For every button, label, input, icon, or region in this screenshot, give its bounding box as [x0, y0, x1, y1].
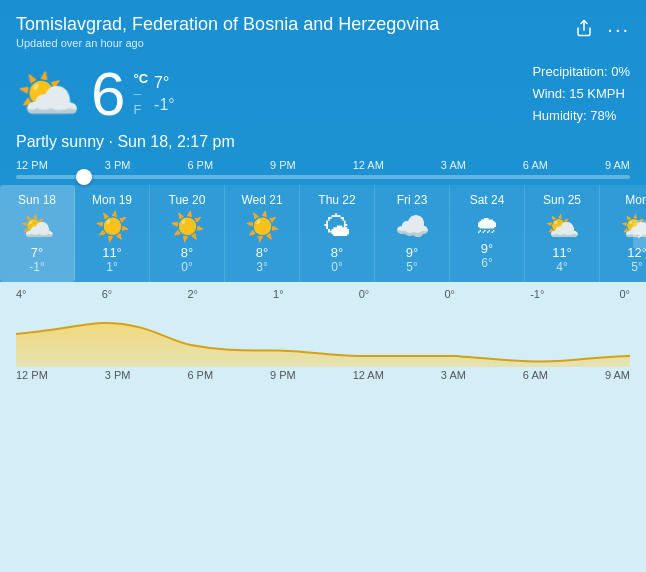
forecast-day-7[interactable]: Sun 25 ⛅ 11° 4° — [525, 185, 600, 282]
timeline-bar[interactable] — [16, 175, 630, 179]
temp-hi-lo: 7° -1° — [154, 74, 175, 114]
tl-label-2: 6 PM — [187, 159, 213, 171]
chart-section: 4° 6° 2° 1° 0° 0° -1° 0° — [0, 282, 646, 572]
chart-label-top-6: -1° — [530, 288, 544, 300]
forecast-day-1[interactable]: Mon 19 ☀️ 11° 1° — [75, 185, 150, 282]
chart-label-top-1: 6° — [102, 288, 113, 300]
forecast-day-6[interactable]: Sat 24 🌧 9° 6° — [450, 185, 525, 282]
timeline: 12 PM 3 PM 6 PM 9 PM 12 AM 3 AM 6 AM 9 A… — [0, 159, 646, 179]
daily-forecast: Sun 18 ⛅ 7° -1° Mon 19 ☀️ 11° 1° Tue 20 … — [0, 185, 646, 282]
chart-label-top-4: 0° — [359, 288, 370, 300]
chart-label-bottom-0: 12 PM — [16, 369, 48, 381]
chart-label-bottom-7: 9 AM — [605, 369, 630, 381]
more-icon[interactable]: ··· — [607, 18, 630, 41]
header: Tomislavgrad, Federation of Bosnia and H… — [0, 0, 646, 53]
chart-label-top-7: 0° — [619, 288, 630, 300]
chart-label-top-0: 4° — [16, 288, 27, 300]
weather-description: Partly sunny · Sun 18, 2:17 pm — [0, 131, 646, 159]
tl-label-6: 6 AM — [523, 159, 548, 171]
unit-f[interactable]: F — [133, 102, 148, 117]
tl-label-7: 9 AM — [605, 159, 630, 171]
tl-label-1: 3 PM — [105, 159, 131, 171]
current-weather: ⛅ 6 °C ─ F 7° -1° Precipitation: 0% Wind… — [0, 53, 646, 131]
chart-labels-top: 4° 6° 2° 1° 0° 0° -1° 0° — [16, 282, 630, 300]
unit-c[interactable]: °C — [133, 71, 148, 86]
chart-container — [16, 302, 630, 367]
weather-card: Tomislavgrad, Federation of Bosnia and H… — [0, 0, 646, 572]
chart-label-bottom-3: 9 PM — [270, 369, 296, 381]
tl-label-0: 12 PM — [16, 159, 48, 171]
wind: Wind: 15 KMPH — [532, 83, 630, 105]
current-weather-icon: ⛅ — [16, 68, 81, 120]
header-icons: ··· — [575, 14, 630, 41]
chart-fill — [16, 323, 630, 367]
chart-label-bottom-1: 3 PM — [105, 369, 131, 381]
chart-label-top-3: 1° — [273, 288, 284, 300]
temp-unit-selector[interactable]: °C ─ F — [133, 71, 148, 117]
tl-label-3: 9 PM — [270, 159, 296, 171]
chart-label-top-5: 0° — [444, 288, 455, 300]
chart-label-bottom-4: 12 AM — [353, 369, 384, 381]
weather-details: Precipitation: 0% Wind: 15 KMPH Humidity… — [532, 61, 630, 127]
forecast-day-5[interactable]: Fri 23 ☁️ 9° 5° — [375, 185, 450, 282]
chart-label-bottom-6: 6 AM — [523, 369, 548, 381]
share-icon[interactable] — [575, 19, 593, 41]
humidity: Humidity: 78% — [532, 105, 630, 127]
tl-label-5: 3 AM — [441, 159, 466, 171]
current-temp: 6 — [91, 63, 125, 125]
forecast-next-arrow[interactable]: › — [633, 220, 646, 248]
timeline-labels: 12 PM 3 PM 6 PM 9 PM 12 AM 3 AM 6 AM 9 A… — [16, 159, 630, 171]
city-title: Tomislavgrad, Federation of Bosnia and H… — [16, 14, 439, 35]
forecast-day-4[interactable]: Thu 22 🌤 8° 0° — [300, 185, 375, 282]
header-left: Tomislavgrad, Federation of Bosnia and H… — [16, 14, 439, 49]
chart-label-bottom-2: 6 PM — [187, 369, 213, 381]
timeline-thumb[interactable] — [76, 169, 92, 185]
forecast-day-0[interactable]: Sun 18 ⛅ 7° -1° — [0, 185, 75, 282]
precipitation: Precipitation: 0% — [532, 61, 630, 83]
forecast-day-2[interactable]: Tue 20 ☀️ 8° 0° — [150, 185, 225, 282]
temp-lo: -1° — [154, 96, 175, 114]
chart-labels-bottom: 12 PM 3 PM 6 PM 9 PM 12 AM 3 AM 6 AM 9 A… — [16, 369, 630, 381]
chart-label-top-2: 2° — [187, 288, 198, 300]
forecast-day-3[interactable]: Wed 21 ☀️ 8° 3° — [225, 185, 300, 282]
tl-label-4: 12 AM — [353, 159, 384, 171]
chart-label-bottom-5: 3 AM — [441, 369, 466, 381]
temp-hi: 7° — [154, 74, 175, 92]
chart-svg — [16, 302, 630, 367]
updated-text: Updated over an hour ago — [16, 37, 439, 49]
